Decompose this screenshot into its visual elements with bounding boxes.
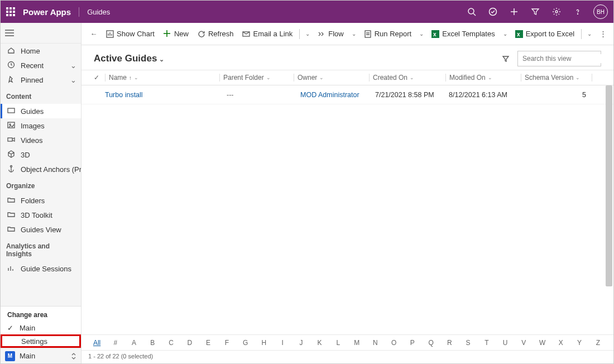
alpha-letter[interactable]: U [497,339,514,347]
chevron-down-icon[interactable]: ⌄ [501,31,510,37]
search-box[interactable] [517,51,601,66]
alpha-letter[interactable]: Y [571,339,588,347]
alpha-letter[interactable]: I [274,339,291,347]
cmd-new[interactable]: New [160,26,192,42]
table-row[interactable]: Turbo install --- MOD Administrator 7/21… [81,85,613,104]
alpha-letter[interactable]: P [404,339,421,347]
svg-point-6 [577,13,578,14]
alpha-letter[interactable]: T [478,339,495,347]
alpha-letter[interactable]: O [385,339,402,347]
excel-icon: x [515,30,523,38]
alpha-letter[interactable]: C [162,339,180,347]
sort-asc-icon: ↑ [129,75,132,81]
sidebar-item-images[interactable]: Images [1,118,81,133]
funnel-icon[interactable] [530,6,541,17]
task-icon[interactable] [487,6,498,17]
cell-schema: 5 [553,91,586,99]
sidebar-item-3d[interactable]: 3D [1,147,81,162]
col-name[interactable]: Name↑⌄ [109,74,219,82]
col-parent[interactable]: Parent Folder⌄ [223,74,294,82]
sidebar-item-pinned[interactable]: Pinned⌄ [1,73,81,87]
area-label: Main [20,352,35,360]
col-modified[interactable]: Modified On⌄ [449,74,521,82]
report-icon [364,30,372,38]
cmd-flow[interactable]: Flow [314,26,347,42]
alpha-letter[interactable]: J [292,339,310,347]
chevron-down-icon: ⌄ [488,75,492,80]
sidebar: Home Recent⌄ Pinned⌄ Content Guides Imag… [1,23,81,363]
col-schema[interactable]: Schema Version⌄ [525,74,592,82]
search-input[interactable] [521,54,607,63]
more-icon[interactable]: ⋮ [599,30,607,38]
alpha-letter[interactable]: W [534,339,551,347]
gear-icon[interactable] [551,6,562,17]
alpha-letter[interactable]: F [218,339,236,347]
alpha-letter[interactable]: B [144,339,161,347]
cmd-excel-templates[interactable]: xExcel Templates [428,26,498,42]
alpha-letter[interactable]: Z [589,339,607,347]
alpha-letter[interactable]: M [348,339,366,347]
filter-icon[interactable] [502,55,517,63]
alpha-letter[interactable]: Q [423,339,440,347]
environment-name[interactable]: Guides [79,8,110,16]
alpha-all[interactable]: All [88,339,105,347]
sidebar-item-anchors[interactable]: Object Anchors (Prev... [1,162,81,176]
user-avatar[interactable]: BH [593,4,608,19]
alpha-letter[interactable]: A [126,339,143,347]
add-icon[interactable] [509,6,520,17]
chevron-down-icon[interactable]: ⌄ [303,31,312,37]
help-icon[interactable] [572,6,583,17]
owner-link[interactable]: MOD Administrator [300,91,359,99]
col-created[interactable]: Created On⌄ [373,74,445,82]
alpha-letter[interactable]: S [459,339,477,347]
chevron-down-icon[interactable]: ⌄ [417,31,426,37]
alpha-letter[interactable]: X [552,339,569,347]
label: Guide Sessions [21,265,71,273]
sidebar-item-sessions[interactable]: Guide Sessions [1,261,81,276]
view-selector[interactable]: Active Guides⌄ [94,53,164,64]
label: 3D [21,151,30,159]
alpha-letter[interactable]: G [237,339,254,347]
change-area-main[interactable]: ✓Main [1,321,81,334]
cmd-run-report[interactable]: Run Report [361,26,415,42]
change-area-settings[interactable]: Settings [1,334,81,348]
scrollbar[interactable] [606,85,612,334]
area-switcher[interactable]: M Main [1,348,81,363]
sidebar-item-home[interactable]: Home [1,44,81,58]
cmd-show-chart[interactable]: Show Chart [103,26,158,42]
sidebar-item-recent[interactable]: Recent⌄ [1,58,81,73]
alpha-letter[interactable]: H [255,339,272,347]
refresh-icon [198,30,205,38]
label: Recent [21,61,44,70]
hamburger-icon[interactable] [1,26,18,40]
cmd-refresh[interactable]: Refresh [194,26,237,42]
chevron-down-icon[interactable]: ⌄ [349,31,358,37]
cmd-export-excel[interactable]: xExport to Excel [512,26,578,42]
alpha-letter[interactable]: # [107,339,124,347]
app-launcher-icon[interactable] [6,7,15,16]
alpha-letter[interactable]: N [367,339,384,347]
sidebar-item-guides-view[interactable]: Guides View [1,222,81,237]
alpha-letter[interactable]: L [329,339,347,347]
sidebar-item-folders[interactable]: Folders [1,193,81,208]
chevron-down-icon[interactable]: ⌄ [585,31,594,37]
alpha-letter[interactable]: E [200,339,217,347]
alpha-letter[interactable]: V [515,339,533,347]
alpha-letter[interactable]: K [311,339,328,347]
sidebar-item-guides[interactable]: Guides [1,104,81,118]
search-icon[interactable] [466,6,477,17]
back-button[interactable]: ← [87,30,100,38]
alpha-filter: All #ABCDEFGHIJKLMNOPQRSTUVWXYZ [81,334,613,350]
app-header: Power Apps Guides BH [1,1,613,23]
folder-icon [7,225,16,234]
alpha-letter[interactable]: D [181,339,198,347]
col-owner[interactable]: Owner⌄ [298,74,369,82]
record-link[interactable]: Turbo install [105,91,143,99]
svg-text:x: x [433,31,436,37]
sidebar-item-toolkit[interactable]: 3D Toolkit [1,208,81,222]
section-content: Content [1,87,81,104]
sidebar-item-videos[interactable]: Videos [1,133,81,147]
alpha-letter[interactable]: R [441,339,458,347]
cmd-email[interactable]: Email a Link [239,26,296,42]
select-all[interactable]: ✓ [94,74,105,82]
